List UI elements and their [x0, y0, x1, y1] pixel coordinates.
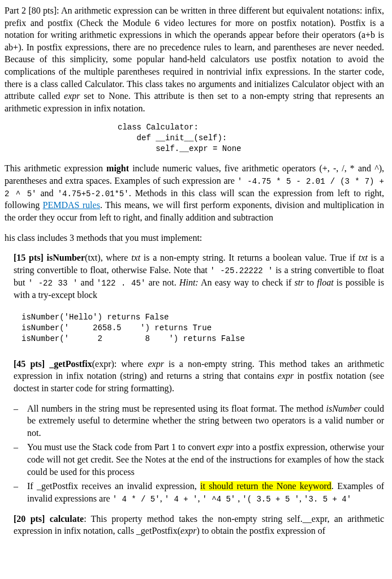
getpostfix-bullets: – All numbers in the string must be repr… [5, 403, 384, 505]
code-class-calculator: class Calculator: def __init__(self): se… [5, 122, 384, 154]
isnumber-examples: isNumber('Hello') returns False isNumber… [5, 312, 384, 344]
highlighted-text: it should return the None keyword [200, 481, 331, 491]
paragraph-expression-desc: This arithmetic expression might include… [5, 162, 384, 224]
bullet-item: – All numbers in the string must be repr… [14, 403, 384, 439]
bullet-item: – If _getPostfix receives an invalid exp… [14, 480, 384, 504]
method-getpostfix: [45 pts] _getPostfix(expr): where expr i… [5, 358, 384, 395]
method-calculate: [20 pts] calculate: This property method… [5, 513, 384, 537]
method-isnumber: [15 pts] isNumber(txt), where txt is a n… [5, 252, 384, 301]
bullet-item: – You must use the Stack code from Part … [14, 441, 384, 478]
paragraph-intro: Part 2 [80 pts]: An arithmetic expressio… [5, 5, 384, 114]
pemdas-link[interactable]: PEMDAS rules [43, 200, 100, 210]
methods-subheading: his class includes 3 methods that you mu… [5, 232, 384, 244]
